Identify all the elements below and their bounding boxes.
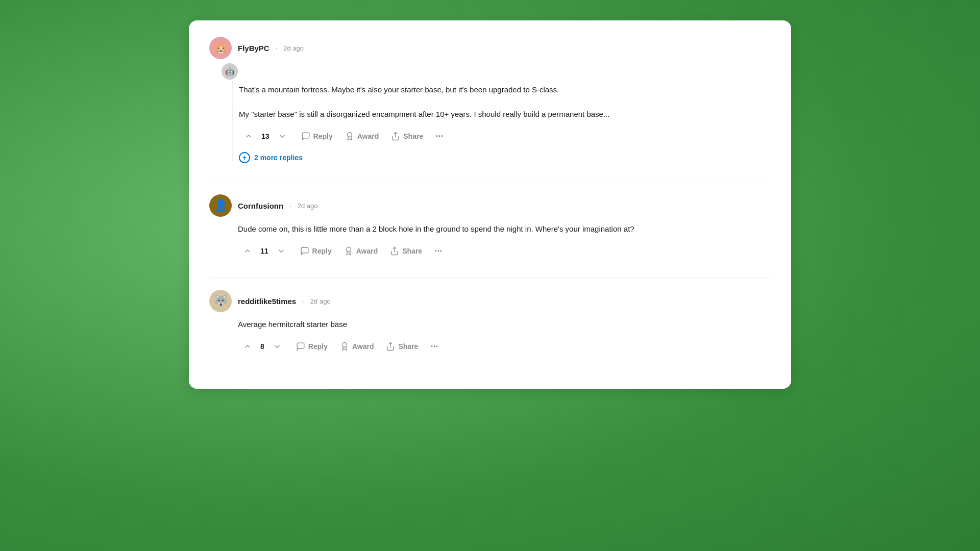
comment-flybypc: 🐹 FlyByPC · 2d ago 🤖 That's a mountain f… <box>209 37 771 163</box>
divider-2 <box>209 277 771 278</box>
reply-label-3: Reply <box>308 342 328 350</box>
more-options-redditlike[interactable]: ··· <box>425 339 443 354</box>
comment-header-cornfusionn: 👤 Cornfusionn · 2d ago <box>209 194 771 217</box>
comments-card: 🐹 FlyByPC · 2d ago 🤖 That's a mountain f… <box>189 20 791 389</box>
thread-wrapper <box>220 65 233 163</box>
comment-body-cornfusionn: Dude come on, this is little more than a… <box>209 223 771 259</box>
avatar-redditlike: 🐺 <box>209 290 232 312</box>
share-icon-3 <box>386 342 395 351</box>
action-bar-redditlike: 8 Reply Award Share ··· <box>238 339 771 354</box>
comment-line-redditlike: Average hermitcraft starter base <box>238 320 347 329</box>
vote-group-cornfusionn: 11 <box>238 243 291 259</box>
share-label: Share <box>403 132 423 140</box>
share-label-3: Share <box>398 342 418 350</box>
more-options-flybypc[interactable]: ··· <box>430 129 448 144</box>
svg-point-2 <box>346 247 351 252</box>
comment-header-flybypc: 🐹 FlyByPC · 2d ago <box>209 37 771 59</box>
avatar-emoji-redditlike: 🐺 <box>214 294 228 308</box>
vote-count-cornfusionn: 11 <box>260 247 268 255</box>
share-icon-2 <box>390 246 399 256</box>
upvote-icon-2 <box>243 246 252 256</box>
comment-text-redditlike: Average hermitcraft starter base <box>238 318 771 331</box>
share-button-redditlike[interactable]: Share <box>381 339 423 354</box>
award-label: Award <box>357 132 379 140</box>
time-flybypc: 2d ago <box>283 44 304 52</box>
avatar-emoji-cornfusionn: 👤 <box>214 199 228 212</box>
username-flybypc[interactable]: FlyByPC <box>238 44 270 53</box>
comment-redditlike: 🐺 redditlike5times · 2d ago Average herm… <box>209 290 771 354</box>
reply-label: Reply <box>313 132 333 140</box>
reply-label-2: Reply <box>312 247 332 255</box>
upvote-flybypc[interactable] <box>239 129 258 144</box>
vote-count-redditlike: 8 <box>260 342 264 350</box>
timestamp-flybypc: · <box>276 44 278 52</box>
reply-button-cornfusionn[interactable]: Reply <box>295 243 337 259</box>
downvote-icon <box>278 132 287 141</box>
award-button-redditlike[interactable]: Award <box>335 339 379 354</box>
comment-text-flybypc: That's a mountain fortress. Maybe it's a… <box>239 84 771 120</box>
separator-redditlike: · <box>302 297 304 305</box>
avatar-cornfusionn: 👤 <box>209 194 232 217</box>
comment-line2: My "starter base" is still a disorganize… <box>239 110 609 118</box>
divider-1 <box>209 182 771 182</box>
share-button-flybypc[interactable]: Share <box>386 129 428 144</box>
thread-line <box>232 65 233 161</box>
comment-line-cornfusionn: Dude come on, this is little more than a… <box>238 224 634 233</box>
comment-body-redditlike: Average hermitcraft starter base 8 Reply <box>209 318 771 354</box>
comment-cornfusionn: 👤 Cornfusionn · 2d ago Dude come on, thi… <box>209 194 771 259</box>
more-replies-icon: + <box>239 152 250 163</box>
award-icon-3 <box>340 342 349 351</box>
action-bar-flybypc: 13 Reply Award Sha <box>239 129 771 144</box>
share-button-cornfusionn[interactable]: Share <box>385 243 427 259</box>
vote-group-redditlike: 8 <box>238 339 287 354</box>
more-options-cornfusionn[interactable]: ··· <box>429 243 447 259</box>
avatar-flybypc: 🐹 <box>209 37 232 59</box>
svg-point-4 <box>342 343 347 347</box>
username-cornfusionn[interactable]: Cornfusionn <box>238 202 283 210</box>
reply-icon-2 <box>300 246 309 256</box>
downvote-redditlike[interactable] <box>267 339 287 354</box>
downvote-icon-2 <box>277 246 286 256</box>
downvote-cornfusionn[interactable] <box>272 243 291 259</box>
award-label-3: Award <box>352 342 374 350</box>
reply-icon-3 <box>296 342 305 351</box>
action-bar-cornfusionn: 11 Reply Award Share ··· <box>238 243 771 259</box>
reply-button-flybypc[interactable]: Reply <box>296 129 338 144</box>
award-button-flybypc[interactable]: Award <box>340 129 384 144</box>
avatar-emoji-flybypc: 🐹 <box>214 41 228 55</box>
svg-point-0 <box>347 133 352 137</box>
vote-group-flybypc: 13 <box>239 129 292 144</box>
reply-icon <box>301 132 310 141</box>
sub-avatar: 🤖 <box>222 63 238 80</box>
comment-line1: That's a mountain fortress. Maybe it's a… <box>239 85 559 94</box>
vote-count-flybypc: 13 <box>261 132 270 140</box>
comment-header-redditlike: 🐺 redditlike5times · 2d ago <box>209 290 771 312</box>
separator-cornfusionn: · <box>289 202 291 210</box>
upvote-cornfusionn[interactable] <box>238 243 257 259</box>
share-label-2: Share <box>402 247 422 255</box>
reply-button-redditlike[interactable]: Reply <box>291 339 333 354</box>
sub-avatar-row: 🤖 <box>222 63 771 80</box>
award-button-cornfusionn[interactable]: Award <box>339 243 383 259</box>
award-icon <box>345 132 354 141</box>
comment-text-cornfusionn: Dude come on, this is little more than a… <box>238 223 771 235</box>
upvote-redditlike[interactable] <box>238 339 257 354</box>
time-redditlike: 2d ago <box>310 297 331 305</box>
username-redditlike[interactable]: redditlike5times <box>238 297 296 306</box>
downvote-icon-3 <box>273 342 282 351</box>
upvote-icon-3 <box>243 342 252 351</box>
comment-body-flybypc: 🤖 That's a mountain fortress. Maybe it's… <box>239 65 771 163</box>
award-label-2: Award <box>356 247 378 255</box>
time-cornfusionn: 2d ago <box>298 202 318 210</box>
share-icon <box>391 132 400 141</box>
more-replies-text: 2 more replies <box>254 154 303 162</box>
award-icon-2 <box>344 246 353 256</box>
downvote-flybypc[interactable] <box>273 129 292 144</box>
more-replies-row-flybypc[interactable]: + 2 more replies <box>239 152 771 163</box>
comment-content-flybypc: 🤖 That's a mountain fortress. Maybe it's… <box>209 65 771 163</box>
upvote-icon <box>244 132 253 141</box>
